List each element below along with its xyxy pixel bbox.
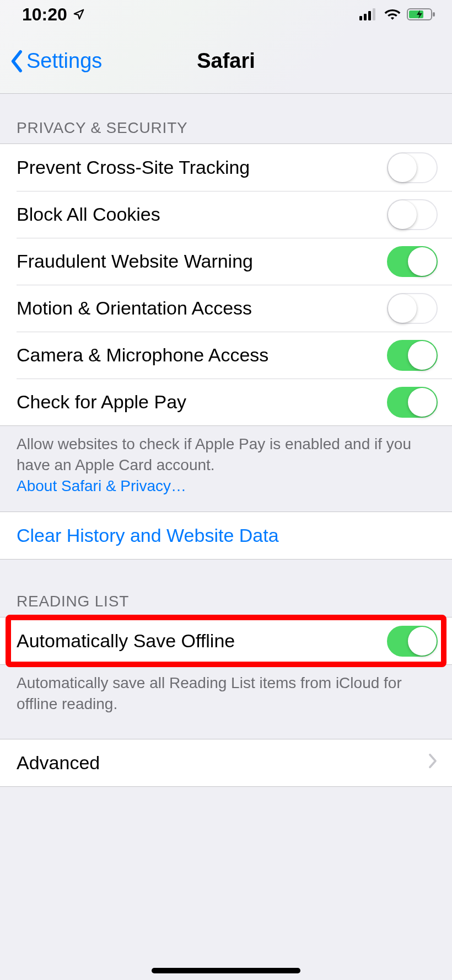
camera-mic-label: Camera & Microphone Access [17, 344, 387, 366]
svg-rect-2 [368, 11, 371, 20]
home-indicator[interactable] [152, 968, 300, 973]
section-header-reading-list: READING LIST [0, 560, 452, 617]
section-header-privacy: PRIVACY & SECURITY [0, 94, 452, 143]
clear-group: Clear History and Website Data [0, 512, 452, 560]
clear-history-label: Clear History and Website Data [17, 525, 438, 546]
camera-mic-toggle[interactable] [387, 340, 438, 371]
wifi-icon [384, 8, 401, 21]
privacy-group: Prevent Cross-Site Tracking Block All Co… [0, 143, 452, 426]
auto-save-offline-cell[interactable]: Automatically Save Offline [0, 617, 452, 664]
prevent-tracking-toggle[interactable] [387, 152, 438, 183]
about-privacy-link[interactable]: About Safari & Privacy… [17, 477, 186, 494]
advanced-label: Advanced [17, 752, 428, 774]
apple-pay-toggle[interactable] [387, 387, 438, 418]
auto-save-highlight: Automatically Save Offline [0, 617, 452, 665]
motion-access-cell[interactable]: Motion & Orientation Access [0, 285, 452, 332]
svg-rect-1 [364, 14, 367, 20]
block-cookies-toggle[interactable] [387, 199, 438, 230]
auto-save-offline-toggle[interactable] [387, 626, 438, 657]
camera-mic-cell[interactable]: Camera & Microphone Access [0, 332, 452, 379]
reading-list-group: Automatically Save Offline [0, 617, 452, 665]
chevron-right-icon [428, 752, 438, 774]
svg-rect-3 [373, 8, 375, 20]
clear-history-button[interactable]: Clear History and Website Data [0, 512, 452, 559]
battery-icon [407, 8, 435, 21]
advanced-group: Advanced [0, 739, 452, 787]
svg-rect-6 [433, 12, 435, 17]
location-icon [73, 4, 85, 25]
back-label: Settings [26, 49, 102, 73]
advanced-cell[interactable]: Advanced [0, 739, 452, 786]
reading-list-footer: Automatically save all Reading List item… [0, 665, 452, 722]
block-cookies-label: Block All Cookies [17, 204, 387, 225]
prevent-tracking-label: Prevent Cross-Site Tracking [17, 157, 387, 178]
back-button[interactable]: Settings [9, 49, 102, 73]
page-title: Safari [197, 49, 255, 73]
fraud-warning-toggle[interactable] [387, 246, 438, 277]
cellular-icon [359, 8, 378, 20]
status-left: 10:20 [22, 4, 85, 25]
apple-pay-label: Check for Apple Pay [17, 391, 387, 413]
motion-access-toggle[interactable] [387, 293, 438, 324]
svg-rect-0 [359, 16, 362, 20]
prevent-tracking-cell[interactable]: Prevent Cross-Site Tracking [0, 144, 452, 191]
apple-pay-cell[interactable]: Check for Apple Pay [0, 379, 452, 425]
motion-access-label: Motion & Orientation Access [17, 297, 387, 319]
chevron-left-icon [9, 50, 25, 73]
privacy-footer-text: Allow websites to check if Apple Pay is … [17, 435, 411, 473]
status-right [359, 8, 435, 21]
nav-bar: Settings Safari [0, 29, 452, 94]
status-time: 10:20 [22, 4, 67, 25]
auto-save-offline-label: Automatically Save Offline [17, 630, 387, 652]
block-cookies-cell[interactable]: Block All Cookies [0, 191, 452, 238]
privacy-footer: Allow websites to check if Apple Pay is … [0, 426, 452, 504]
fraud-warning-label: Fraudulent Website Warning [17, 251, 387, 272]
status-bar: 10:20 [0, 0, 452, 29]
fraud-warning-cell[interactable]: Fraudulent Website Warning [0, 238, 452, 285]
